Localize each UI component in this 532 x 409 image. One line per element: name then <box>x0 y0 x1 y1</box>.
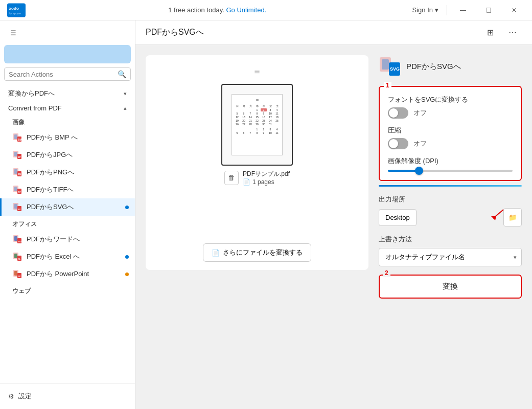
file-thumbnail: ＝ 日月火水木金土 1234 567891011 12131415161718 … <box>221 84 293 166</box>
hamburger-button[interactable]: ☰ <box>5 25 21 41</box>
active-dot <box>125 206 129 209</box>
svg-rect-36 <box>382 59 389 70</box>
settings-box-label: 1 <box>384 82 391 89</box>
calendar-eq: ＝ <box>234 97 280 103</box>
dpi-slider-fill <box>388 170 419 172</box>
file-name: PDFサンプル.pdf <box>243 170 290 178</box>
pdf-tiff-icon: TIF <box>12 185 22 195</box>
panel-title: PDFからSVGへ <box>406 62 461 72</box>
sidebar-item-label: PDFから PowerPoint <box>27 269 89 279</box>
sidebar-item-pdf-powerpoint[interactable]: PP PDFから PowerPoint <box>0 265 135 283</box>
svg-rect-20 <box>14 204 17 209</box>
convert-fonts-toggle[interactable] <box>388 107 408 119</box>
sidebar-item-pdf-excel[interactable]: XL PDFから Excel へ <box>0 248 135 265</box>
dpi-slider-track <box>388 170 513 172</box>
grid-icon: ⊞ <box>487 28 494 37</box>
sidebar-item-pdf-tiff[interactable]: TIF PDFからTIFFへ <box>0 181 135 198</box>
main-layout: ☰ 🔍 変換からPDFへ ▾ Convert from PDF ▴ 画像 BM <box>0 20 532 409</box>
svg-text:BM: BM <box>18 138 22 141</box>
overwrite-value: オルタナティブファイル名 <box>385 253 465 262</box>
pages-count: 1 pages <box>252 178 274 186</box>
more-options-button[interactable]: ⋯ <box>503 25 522 41</box>
add-more-label: さらにファイルを変換する <box>223 248 303 257</box>
pdf-jpg-icon: JP <box>12 150 22 160</box>
content-body: ＝ ＝ 日月火水木金土 1234 567891011 <box>135 45 532 409</box>
svg-rect-28 <box>14 254 17 258</box>
compress-row: 圧縮 オフ <box>388 126 513 149</box>
logo: xodo by apryse <box>6 2 27 18</box>
banner-link[interactable]: Go Unlimited. <box>226 6 267 14</box>
search-input[interactable] <box>9 71 118 78</box>
search-box: 🔍 <box>4 67 131 81</box>
svg-text:JP: JP <box>18 156 21 158</box>
sidebar-item-label: PDFからワードへ <box>27 235 80 244</box>
sidebar-top: ☰ <box>0 20 135 45</box>
sidebar-item-label: PDFからJPGへ <box>27 150 73 160</box>
powerpoint-dot <box>125 272 129 276</box>
content-header: PDFからSVGへ ⊞ ⋯ <box>135 20 532 45</box>
close-button[interactable]: ✕ <box>502 2 526 18</box>
file-pages: 📄 1 pages <box>243 178 290 186</box>
subsection-office: オフィス <box>0 216 135 231</box>
grid-view-button[interactable]: ⊞ <box>481 25 499 41</box>
overwrite-select[interactable]: オルタナティブファイル名 <box>379 248 522 266</box>
minimize-button[interactable]: — <box>451 2 475 18</box>
svg-text:PP: PP <box>18 275 21 278</box>
output-location-button[interactable]: Desktop <box>379 209 417 226</box>
more-icon: ⋯ <box>508 28 517 37</box>
compress-label: 圧縮 <box>388 126 513 135</box>
panel-icon: SVG <box>379 55 401 78</box>
svg-text:by apryse: by apryse <box>9 12 21 15</box>
file-card: ＝ ＝ 日月火水木金土 1234 567891011 <box>219 65 295 186</box>
pdf-bmp-icon: BM <box>12 132 22 143</box>
sidebar-section-convert-from-pdf[interactable]: Convert from PDF ▴ <box>0 100 135 114</box>
signin-label: Sign In <box>412 6 433 14</box>
titlebar-right: Sign In ▾ — ❑ ✕ <box>408 2 526 18</box>
titlebar: xodo by apryse 1 free action today. Go U… <box>0 0 532 20</box>
convert-fonts-label: フォントをSVGに変換する <box>388 95 513 104</box>
settings-box: 1 フォントをSVGに変換する オフ 圧縮 <box>379 86 522 181</box>
pdf-word-icon: WD <box>12 234 22 244</box>
sidebar-item-pdf-png[interactable]: PN PDFからPNGへ <box>0 164 135 181</box>
sidebar-item-pdf-word[interactable]: WD PDFからワードへ <box>0 231 135 248</box>
toggle-knob <box>389 108 398 118</box>
sidebar-item-pdf-svg[interactable]: SV PDFからSVGへ <box>0 198 135 216</box>
sidebar-item-pdf-bmp[interactable]: BM PDFから BMP へ <box>0 129 135 146</box>
sidebar-section-label-convert-from: Convert from PDF <box>8 104 62 112</box>
svg-text:PN: PN <box>18 173 21 176</box>
excel-dot <box>125 255 129 259</box>
delete-file-button[interactable]: 🗑 <box>224 171 239 185</box>
compress-toggle[interactable] <box>388 138 408 149</box>
sidebar-section-label-convert-to: 変換からPDFへ <box>8 89 55 98</box>
sidebar-item-settings[interactable]: ⚙ 設定 <box>0 388 135 405</box>
chevron-up-icon: ▴ <box>124 105 127 111</box>
dpi-row: 画像解像度 (DPI) <box>388 156 513 172</box>
convert-button[interactable]: 変換 <box>379 275 522 299</box>
header-actions: ⊞ ⋯ <box>481 25 522 41</box>
add-more-files-button[interactable]: 📄 さらにファイルを変換する <box>203 243 311 262</box>
browse-folder-button[interactable]: 📁 <box>503 208 522 226</box>
svg-text:TIF: TIF <box>18 191 21 193</box>
output-label: 出力場所 <box>379 195 522 204</box>
pdf-excel-icon: XL <box>12 252 22 262</box>
svg-text:SVG: SVG <box>390 66 400 72</box>
banner-text: 1 free action today. <box>168 6 224 14</box>
maximize-button[interactable]: ❑ <box>477 2 500 18</box>
logo-icon: xodo by apryse <box>7 3 26 17</box>
pdf-svg-icon: SV <box>12 202 22 212</box>
dpi-label: 画像解像度 (DPI) <box>388 156 513 166</box>
pdf-powerpoint-icon: PP <box>12 269 22 279</box>
file-area: ＝ ＝ 日月火水木金土 1234 567891011 <box>146 55 368 399</box>
convert-fonts-toggle-row: オフ <box>388 107 513 119</box>
dpi-slider-thumb[interactable] <box>415 167 423 175</box>
output-section: 出力場所 Desktop <box>379 195 522 226</box>
sidebar-section-convert-to-pdf[interactable]: 変換からPDFへ ▾ <box>0 85 135 100</box>
equals-icon: ＝ <box>252 65 262 78</box>
signin-button[interactable]: Sign In ▾ <box>408 4 443 16</box>
svg-rect-16 <box>14 187 17 191</box>
compress-toggle-row: オフ <box>388 138 513 149</box>
sidebar-item-pdf-jpg[interactable]: JP PDFからJPGへ <box>0 146 135 164</box>
signin-chevron-icon: ▾ <box>435 6 438 14</box>
sidebar-item-label: PDFから BMP へ <box>27 133 78 142</box>
sidebar-highlight <box>4 45 131 63</box>
